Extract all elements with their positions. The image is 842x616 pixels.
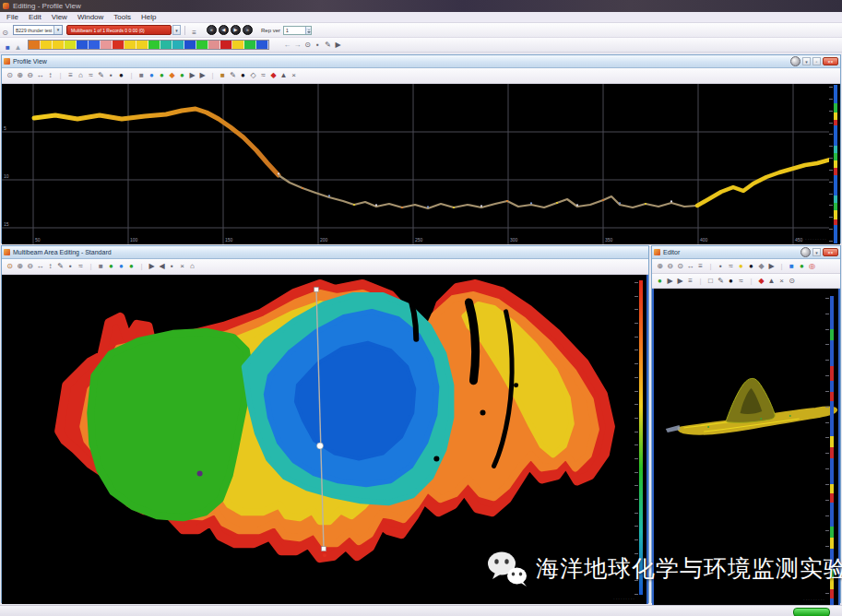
palette-segment[interactable] xyxy=(136,41,148,49)
playback-button[interactable]: ▶ xyxy=(231,25,241,35)
toolbar-icon[interactable]: ↔ xyxy=(686,261,694,272)
toolbar-icon[interactable]: ▶ xyxy=(198,70,207,81)
toolbar-icon[interactable]: ✎ xyxy=(56,261,65,272)
toolbar-icon[interactable]: ⊙ xyxy=(303,40,312,51)
playback-button[interactable]: » xyxy=(243,25,253,35)
dropdown-arrow-button[interactable]: ▾ xyxy=(172,25,181,35)
toolbar-icon[interactable]: ≈ xyxy=(727,261,735,272)
pin-icon[interactable] xyxy=(790,56,800,66)
toolbar-icon[interactable]: × xyxy=(290,70,298,81)
toolbar-icon[interactable]: ● xyxy=(239,70,247,81)
close-button[interactable]: ×× xyxy=(823,248,838,256)
toolbar-icon[interactable]: ↕ xyxy=(46,261,54,272)
palette-segment[interactable] xyxy=(125,41,136,49)
toolbar-icon[interactable]: ⊖ xyxy=(26,261,34,272)
toolbar-icon[interactable]: ✎ xyxy=(97,70,105,81)
toolbar-icon[interactable]: ↔ xyxy=(36,261,44,272)
palette-segment[interactable] xyxy=(256,41,268,49)
toolbar-icon[interactable]: ■ xyxy=(137,70,146,81)
toolbar-icon[interactable]: ■ xyxy=(219,70,227,81)
file-combo[interactable]: B229 thunder test ▾ xyxy=(13,25,63,35)
palette-segment[interactable] xyxy=(196,41,208,49)
toolbar-icon[interactable]: ↕ xyxy=(46,70,54,81)
toolbar-icon[interactable]: ≈ xyxy=(87,70,95,81)
toolbar-icon[interactable]: ▶ xyxy=(334,40,342,51)
toolbar-icon[interactable]: ▶ xyxy=(148,261,156,272)
toolbar-icon[interactable]: ⊕ xyxy=(16,261,24,272)
toolbar-icon[interactable]: ◆ xyxy=(269,70,278,81)
toolbar-icon[interactable]: ● xyxy=(107,261,115,272)
swath-canvas[interactable] xyxy=(654,289,838,605)
toolbar-icon[interactable]: ✎ xyxy=(717,276,725,287)
menu-item-view[interactable]: View xyxy=(52,13,67,21)
spinner-control[interactable] xyxy=(305,27,311,34)
toolbar-icon[interactable]: ▪ xyxy=(168,261,176,272)
toolbar-icon[interactable]: ▲ xyxy=(14,42,22,53)
status-indicator[interactable] xyxy=(793,608,830,616)
profile-chart-canvas[interactable]: 5010015020025030035040045051015 xyxy=(2,84,829,244)
toolbar-icon[interactable]: ▪ xyxy=(717,261,725,272)
toolbar-icon[interactable]: ⌂ xyxy=(188,261,196,272)
toolbar-icon[interactable]: ▶ xyxy=(767,261,776,272)
palette-segment[interactable] xyxy=(160,41,172,49)
toolbar-icon[interactable]: ▲ xyxy=(767,276,776,287)
profile-window-titlebar[interactable]: Profile View ▾ ▫ ×× xyxy=(2,55,840,68)
multibeam-window-titlebar[interactable]: Multibeam Area Editing - Standard xyxy=(2,246,648,259)
toolbar-icon[interactable]: × xyxy=(777,276,786,287)
toolbar-icon[interactable]: ◎ xyxy=(808,261,816,272)
palette-segment[interactable] xyxy=(220,41,232,49)
toolbar-icon[interactable]: ✎ xyxy=(324,40,332,51)
palette-segment[interactable] xyxy=(148,41,160,49)
toolbar-icon[interactable]: ▶ xyxy=(188,70,196,81)
menu-item-help[interactable]: Help xyxy=(141,13,156,21)
palette-segment[interactable] xyxy=(232,41,244,49)
palette-segment[interactable] xyxy=(113,41,125,49)
menu-item-tools[interactable]: Tools xyxy=(113,13,131,21)
toolbar-icon[interactable]: ← xyxy=(283,40,291,51)
toolbar-icon[interactable]: ◀ xyxy=(158,261,166,272)
toolbar-icon[interactable]: ● xyxy=(737,261,745,272)
palette-segment[interactable] xyxy=(29,41,41,49)
toolbar-icon[interactable]: ● xyxy=(117,70,125,81)
palette-segment[interactable] xyxy=(101,41,113,49)
minimize-button[interactable]: ▾ xyxy=(812,248,821,256)
toolbar-icon[interactable]: ■ xyxy=(97,261,105,272)
toolbar-icon[interactable]: ● xyxy=(158,70,166,81)
toolbar-icon[interactable]: × xyxy=(178,261,186,272)
bathymetry-map[interactable]: ········· xyxy=(2,275,648,604)
toolbar-icon[interactable]: ● xyxy=(656,276,664,287)
rep-input[interactable]: 1 xyxy=(283,26,312,35)
toolbar-icon[interactable]: ■ xyxy=(4,42,12,53)
playback-button[interactable]: « xyxy=(207,25,217,35)
palette-segment[interactable] xyxy=(184,41,196,49)
menu-item-file[interactable]: File xyxy=(6,13,18,21)
toolbar-icon[interactable]: ≡ xyxy=(66,70,75,81)
toolbar-icon[interactable]: ◆ xyxy=(757,276,765,287)
toolbar-icon[interactable]: ● xyxy=(178,70,186,81)
swath-view[interactable]: ········· xyxy=(652,289,840,605)
toolbar-icon[interactable]: ● xyxy=(798,261,806,272)
toolbar-icon[interactable]: ⊖ xyxy=(26,70,34,81)
toolbar-icon[interactable]: ▪ xyxy=(314,40,322,51)
close-button[interactable]: ×× xyxy=(823,57,838,65)
playback-button[interactable]: ◀ xyxy=(219,25,229,35)
toolbar-icon[interactable]: ▲ xyxy=(279,70,288,81)
toolbar-icon[interactable]: ≈ xyxy=(259,70,267,81)
restore-button[interactable]: ▫ xyxy=(812,57,821,65)
minimize-button[interactable]: ▾ xyxy=(802,57,811,65)
palette-segment[interactable] xyxy=(53,41,65,49)
color-palette-strip[interactable] xyxy=(28,40,269,50)
palette-segment[interactable] xyxy=(208,41,220,49)
palette-segment[interactable] xyxy=(77,41,89,49)
toolbar-icon[interactable]: ■ xyxy=(788,261,796,272)
toolbar-icon[interactable]: ≡ xyxy=(696,261,705,272)
toolbar-icon[interactable]: ▪ xyxy=(107,70,115,81)
toolbar-icon[interactable]: ↔ xyxy=(36,70,44,81)
toolbar-icon[interactable]: ✎ xyxy=(229,70,237,81)
toolbar-icon[interactable]: ▶ xyxy=(666,276,674,287)
menu-item-edit[interactable]: Edit xyxy=(29,13,42,21)
toolbar-icon[interactable]: ● xyxy=(148,70,156,81)
toolbar-icon[interactable]: ● xyxy=(727,276,735,287)
toolbar-icon[interactable]: ● xyxy=(747,261,755,272)
toolbar-icon[interactable]: ◆ xyxy=(168,70,176,81)
